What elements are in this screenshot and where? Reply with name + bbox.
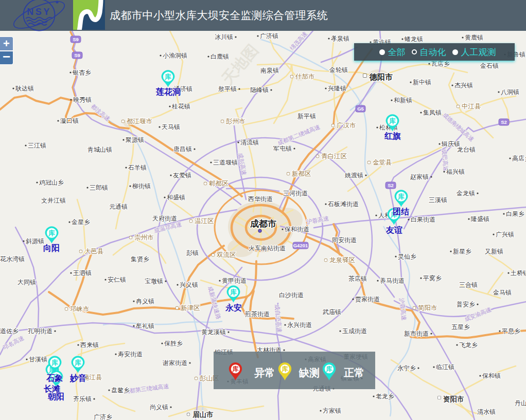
svg-text:孔明街道: 孔明街道 — [28, 327, 52, 335]
svg-text:谢家街道: 谢家街道 — [163, 359, 187, 367]
svg-text:清水镇: 清水镇 — [477, 408, 496, 415]
svg-text:贾家街道: 贾家街道 — [355, 296, 380, 303]
svg-text:新市街道: 新市街道 — [404, 330, 429, 337]
svg-text:三郎镇: 三郎镇 — [90, 184, 108, 191]
svg-text:瓦店乡: 瓦店乡 — [431, 60, 450, 67]
svg-text:玉成街道: 玉成街道 — [342, 327, 367, 335]
svg-text:三溪镇: 三溪镇 — [429, 196, 447, 204]
svg-text:王泗镇: 王泗镇 — [73, 269, 92, 277]
svg-text:安仁镇: 安仁镇 — [108, 276, 126, 283]
svg-text:石板滩街道: 石板滩街道 — [327, 200, 359, 208]
svg-text:平窝乡: 平窝乡 — [423, 275, 442, 282]
svg-text:甘溪镇: 甘溪镇 — [29, 356, 47, 363]
svg-text:道佐乡: 道佐乡 — [0, 327, 19, 335]
svg-text:双流区: 双流区 — [217, 251, 236, 259]
svg-text:养马街道: 养马街道 — [380, 277, 405, 284]
svg-text:聚源镇: 聚源镇 — [126, 136, 144, 143]
svg-text:漩口镇: 漩口镇 — [60, 117, 79, 124]
svg-text:保胜乡: 保胜乡 — [164, 340, 183, 347]
svg-text:冉义镇: 冉义镇 — [136, 298, 154, 305]
svg-text:耿达镇: 耿达镇 — [15, 85, 34, 92]
svg-text:德阳市: 德阳市 — [369, 72, 393, 81]
svg-text:青白江区: 青白江区 — [321, 153, 347, 160]
svg-text:牟礼镇: 牟礼镇 — [136, 322, 154, 330]
svg-text:什邡市: 什邡市 — [295, 73, 315, 80]
svg-text:尚义镇: 尚义镇 — [150, 404, 168, 411]
svg-text:八洞镇: 八洞镇 — [501, 88, 519, 96]
svg-text:库: 库 — [397, 193, 405, 200]
svg-text:斜源镇: 斜源镇 — [26, 238, 44, 245]
svg-text:南泉镇: 南泉镇 — [260, 67, 279, 74]
svg-text:银杏乡: 银杏乡 — [72, 69, 91, 76]
svg-text:S9: S9 — [73, 36, 79, 42]
svg-text:新都区: 新都区 — [292, 170, 311, 177]
svg-text:土桥镇: 土桥镇 — [511, 269, 526, 277]
svg-text:兴隆镇: 兴隆镇 — [328, 85, 346, 92]
svg-text:煎茶街道: 煎茶街道 — [245, 311, 270, 318]
svg-text:花水湾镇: 花水湾镇 — [0, 255, 25, 263]
svg-text:新中镇: 新中镇 — [413, 79, 431, 86]
svg-text:广汉市: 广汉市 — [337, 122, 356, 129]
svg-text:集凤镇: 集凤镇 — [423, 109, 442, 116]
svg-text:武庙镇: 武庙镇 — [323, 308, 341, 316]
svg-text:成都市: 成都市 — [250, 219, 276, 229]
svg-text:同安街道: 同安街道 — [332, 236, 357, 244]
svg-text:西来镇: 西来镇 — [80, 341, 99, 349]
svg-text:方家镇: 方家镇 — [323, 407, 341, 414]
svg-text:郫都区: 郫都区 — [209, 180, 229, 187]
svg-text:赵家镇: 赵家镇 — [410, 173, 429, 180]
svg-text:库: 库 — [232, 366, 239, 373]
svg-text:都江堰市: 都江堰市 — [126, 118, 152, 125]
svg-text:普安乡: 普安乡 — [457, 301, 475, 308]
svg-text:广济镇: 广济镇 — [260, 32, 278, 40]
svg-text:S2: S2 — [501, 119, 507, 125]
svg-text:库: 库 — [281, 366, 288, 373]
svg-text:青城山镇: 青城山镇 — [87, 146, 112, 153]
svg-text:三江镇: 三江镇 — [28, 142, 46, 149]
svg-text:兴义镇: 兴义镇 — [180, 281, 198, 288]
svg-text:三合镇: 三合镇 — [459, 281, 478, 288]
svg-text:白果街道: 白果街道 — [411, 216, 435, 223]
svg-text:彭州市: 彭州市 — [225, 118, 246, 125]
svg-text:三道堰镇: 三道堰镇 — [213, 159, 238, 166]
svg-text:三河街道: 三河街道 — [283, 190, 308, 197]
svg-text:库: 库 — [74, 359, 81, 367]
svg-text:姚渡镇: 姚渡镇 — [344, 172, 363, 179]
svg-text:寿安街道: 寿安街道 — [118, 351, 143, 358]
svg-text:平息乡: 平息乡 — [502, 327, 520, 335]
svg-text:大邑县: 大邑县 — [84, 248, 104, 255]
svg-text:清流镇: 清流镇 — [240, 139, 259, 146]
svg-text:库: 库 — [325, 366, 332, 373]
svg-text:白沙街道: 白沙街道 — [279, 291, 304, 299]
svg-text:保和镇: 保和镇 — [482, 372, 501, 379]
svg-text:库: 库 — [51, 359, 58, 367]
svg-text:敖平镇: 敖平镇 — [218, 85, 237, 93]
svg-text:金马镇: 金马镇 — [493, 289, 512, 296]
svg-text:温江区: 温江区 — [195, 217, 214, 225]
svg-text:大同镇: 大同镇 — [17, 279, 36, 286]
svg-text:杰兴镇: 杰兴镇 — [454, 82, 473, 89]
svg-text:和新镇: 和新镇 — [394, 97, 412, 104]
svg-text:和盛镇: 和盛镇 — [167, 194, 185, 201]
svg-text:桂花镇: 桂花镇 — [171, 103, 190, 110]
svg-text:彭镇: 彭镇 — [186, 249, 199, 257]
svg-text:冰川镇: 冰川镇 — [215, 33, 233, 41]
svg-text:火车南站街道: 火车南站街道 — [249, 245, 286, 252]
svg-text:资阳市: 资阳市 — [443, 395, 464, 403]
svg-text:小渔洞镇: 小渔洞镇 — [163, 52, 187, 59]
svg-text:广兴镇: 广兴镇 — [496, 231, 514, 238]
svg-text:天府街道: 天府街道 — [152, 215, 177, 222]
svg-text:黄甲街道: 黄甲街道 — [222, 277, 247, 284]
svg-text:龙台镇: 龙台镇 — [457, 146, 476, 153]
svg-text:库: 库 — [48, 229, 55, 237]
svg-text:白鹿镇: 白鹿镇 — [211, 53, 229, 60]
svg-text:齐乐镇: 齐乐镇 — [73, 395, 92, 403]
svg-text:保和街道: 保和街道 — [285, 226, 309, 233]
svg-text:金石镇: 金石镇 — [480, 62, 499, 69]
svg-text:永宁乡: 永宁乡 — [397, 364, 416, 372]
svg-text:西华街道: 西华街道 — [248, 195, 273, 203]
svg-text:眉山市: 眉山市 — [192, 411, 214, 418]
svg-text:库: 库 — [389, 117, 396, 125]
svg-text:新平镇: 新平镇 — [297, 113, 316, 120]
svg-text:新星乡: 新星乡 — [453, 248, 471, 255]
